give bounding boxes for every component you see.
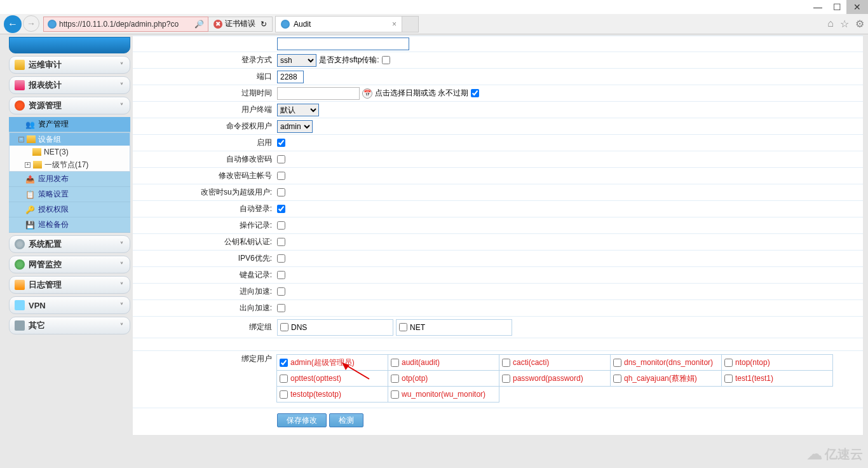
backup-icon: 💾 [25, 221, 34, 230]
out-acc-checkbox[interactable] [277, 304, 285, 312]
maximize-button[interactable]: ☐ [827, 0, 846, 14]
user-cell: ntop(ntop) [721, 354, 833, 371]
user-checkbox[interactable] [280, 390, 288, 399]
calendar-icon[interactable]: 📅 [362, 88, 372, 99]
user-checkbox[interactable] [502, 375, 510, 383]
vpn-icon [15, 300, 25, 310]
user-checkbox[interactable] [280, 375, 288, 383]
browser-tab[interactable]: Audit × [275, 16, 402, 32]
chevron-down-icon: ˅ [120, 282, 123, 289]
sidebar-report[interactable]: 报表统计 ˅ [9, 76, 130, 94]
label-chpw-main: 修改密码主帐号 [133, 170, 276, 181]
close-button[interactable]: ✕ [846, 0, 868, 14]
home-icon[interactable]: ⌂ [827, 18, 834, 30]
settings-icon[interactable]: ⚙ [855, 18, 864, 30]
auto-chpw-checkbox[interactable] [277, 155, 285, 163]
sidebar-top[interactable] [9, 37, 130, 53]
nav-back-button[interactable]: ← [4, 15, 22, 33]
gear-icon [15, 239, 25, 249]
sidebar-label: 日志管理 [29, 279, 62, 291]
new-tab-button[interactable] [402, 16, 419, 32]
tab-close-icon[interactable]: × [392, 20, 397, 29]
user-admin-checkbox[interactable] [280, 359, 288, 367]
sidebar-auth[interactable]: 🔑 授权权限 [9, 202, 130, 217]
enable-checkbox[interactable] [277, 139, 285, 147]
never-expire-checkbox[interactable] [471, 89, 479, 97]
cmd-user-select[interactable]: admin [277, 120, 313, 133]
user-label: opttest(opttest) [290, 374, 341, 383]
op-rec-checkbox[interactable] [277, 221, 285, 230]
app-body: 运维审计 ˅ 报表统计 ˅ 资源管理 ˅ 👥 资产管理 − 设备组 [0, 34, 868, 436]
policy-icon: 📋 [25, 190, 34, 199]
sftp-checkbox[interactable] [382, 56, 390, 64]
sidebar-sysconf[interactable]: 系统配置 ˅ [9, 235, 130, 253]
expand-icon[interactable]: + [25, 162, 31, 168]
sidebar-audit[interactable]: 运维审计 ˅ [9, 56, 130, 74]
minimize-button[interactable]: — [808, 0, 827, 14]
sidebar-netmon[interactable]: 网管监控 ˅ [9, 256, 130, 273]
reload-icon[interactable]: ↻ [261, 20, 267, 29]
chart-icon [15, 80, 25, 90]
expire-input[interactable] [277, 87, 360, 100]
key-auth-checkbox[interactable] [277, 238, 285, 246]
label-port: 端口 [133, 71, 276, 82]
tree-net[interactable]: NET(3) [10, 146, 130, 158]
sidebar-label: 其它 [29, 320, 45, 331]
label-in-acc: 进向加速: [133, 286, 276, 297]
in-acc-checkbox[interactable] [277, 287, 285, 296]
collapse-icon[interactable]: − [18, 137, 24, 142]
tree-node1[interactable]: + 一级节点(17) [10, 158, 130, 171]
sub-label: 应用发布 [38, 174, 69, 184]
ipv6-checkbox[interactable] [277, 254, 285, 263]
sub-label: 巡检备份 [38, 219, 69, 230]
su-super-checkbox[interactable] [277, 188, 285, 196]
user-label: otp(otp) [402, 374, 428, 383]
group-net-label: NET [410, 323, 425, 332]
user-checkbox[interactable] [391, 359, 399, 367]
terminal-select[interactable]: 默认 [277, 104, 319, 116]
folder-icon [15, 60, 25, 70]
tree-root[interactable]: − 设备组 [10, 133, 130, 146]
kb-rec-checkbox[interactable] [277, 271, 285, 279]
user-checkbox[interactable] [724, 359, 733, 367]
prev-input[interactable] [277, 38, 409, 50]
user-label: admin(超级管理员) [290, 357, 355, 368]
sidebar-backup[interactable]: 💾 巡检备份 [9, 217, 130, 233]
save-button[interactable]: 保存修改 [277, 413, 327, 427]
user-checkbox[interactable] [613, 359, 621, 367]
login-method-select[interactable]: ssh [277, 54, 316, 67]
detect-button[interactable]: 检测 [329, 413, 363, 427]
user-cell: cacti(cacti) [499, 354, 611, 371]
auto-login-checkbox[interactable] [277, 205, 285, 213]
sidebar-app-pub[interactable]: 📤 应用发布 [9, 172, 130, 187]
chevron-down-icon: ˅ [120, 322, 123, 329]
cert-error-box[interactable]: ✖ 证书错误 ↻ [208, 17, 273, 32]
port-input[interactable] [277, 71, 304, 83]
url-input[interactable]: https://10.11.0.1/dep/admin.php?co 🔎 [43, 17, 208, 32]
nav-forward-button[interactable]: → [23, 15, 39, 32]
folder-icon [27, 135, 36, 143]
group-dns-checkbox[interactable] [280, 323, 288, 331]
sidebar-policy[interactable]: 📋 策略设置 [9, 187, 130, 202]
sidebar-logmgmt[interactable]: 日志管理 ˅ [9, 276, 130, 294]
sidebar-vpn[interactable]: VPN ˅ [9, 296, 130, 314]
group-net: NET [396, 319, 512, 336]
cert-error-label: 证书错误 [225, 18, 255, 29]
sidebar-resource-sub: 👥 资产管理 − 设备组 NET(3) + 一级节点(17) [9, 117, 130, 233]
favorites-icon[interactable]: ☆ [840, 18, 849, 30]
user-label: wu_monitor(wu_monitor) [402, 390, 485, 399]
user-label: dns_monitor(dns_monitor) [624, 358, 713, 367]
sidebar-other[interactable]: 其它 ˅ [9, 317, 130, 334]
address-bar: ← → https://10.11.0.1/dep/admin.php?co 🔎… [0, 14, 868, 34]
group-net-checkbox[interactable] [399, 323, 407, 331]
user-checkbox[interactable] [391, 375, 399, 383]
user-checkbox[interactable] [613, 375, 621, 383]
search-icon[interactable]: 🔎 [194, 20, 204, 29]
sidebar-resource[interactable]: 资源管理 ˅ [9, 97, 130, 114]
user-checkbox[interactable] [391, 390, 399, 399]
sidebar-asset-mgmt[interactable]: 👥 资产管理 [9, 117, 130, 132]
user-checkbox[interactable] [502, 359, 510, 367]
chpw-main-checkbox[interactable] [277, 172, 285, 180]
user-checkbox[interactable] [724, 375, 733, 383]
chevron-down-icon: ˅ [120, 102, 123, 109]
